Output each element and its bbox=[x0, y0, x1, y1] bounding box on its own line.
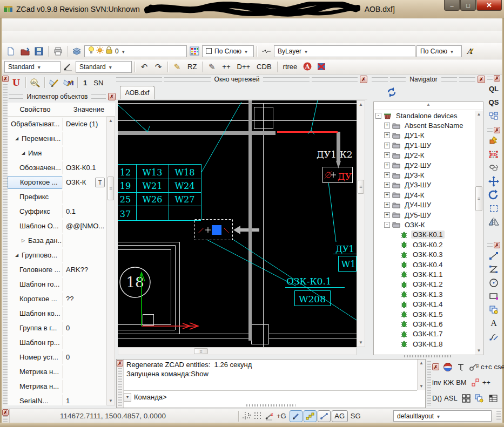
move-icon[interactable] bbox=[488, 174, 499, 188]
menu-item[interactable] bbox=[14, 36, 25, 38]
tree-sort-header[interactable]: ▲ bbox=[374, 102, 483, 110]
expand-arrow-icon[interactable]: ◢ bbox=[22, 151, 28, 155]
chevron-down-icon[interactable] bbox=[106, 63, 112, 71]
snap-1-button[interactable]: 1 bbox=[80, 79, 90, 87]
menu-item[interactable] bbox=[3, 24, 14, 26]
menu-item[interactable] bbox=[25, 24, 36, 26]
canvas-vscrollbar[interactable]: ▲ ▼ bbox=[357, 100, 365, 347]
prompt-dropdown-icon[interactable]: ▾ bbox=[124, 393, 131, 402]
inspector-scrollbar[interactable]: ▲ ▼ bbox=[106, 117, 115, 405]
spline-tool-icon[interactable] bbox=[489, 330, 499, 343]
tree-item[interactable]: ОЗК-К0.2 bbox=[374, 240, 474, 249]
close-icon[interactable] bbox=[494, 242, 500, 248]
edit-template-button[interactable]: T bbox=[95, 178, 105, 187]
menu-item[interactable] bbox=[79, 24, 90, 26]
d-plus-button[interactable]: D++ bbox=[234, 63, 253, 71]
print-button[interactable] bbox=[51, 45, 64, 58]
text-tool-icon[interactable]: A bbox=[490, 316, 497, 330]
magnet-icon[interactable]: U bbox=[10, 76, 23, 89]
menu-item[interactable] bbox=[133, 24, 144, 26]
inspector-header[interactable]: Инспектор объектов bbox=[9, 92, 116, 101]
redo-icon[interactable]: ↷ bbox=[152, 60, 165, 73]
chevron-down-icon[interactable] bbox=[447, 48, 453, 55]
tree-expander-icon[interactable]: + bbox=[384, 143, 390, 148]
asl-button[interactable]: ASL bbox=[444, 394, 458, 402]
cc-button[interactable]: c+c bbox=[481, 363, 492, 371]
pen-style-icon[interactable] bbox=[62, 60, 75, 73]
toolbar-grip[interactable] bbox=[487, 74, 500, 82]
save-file-button[interactable] bbox=[32, 45, 45, 58]
menu-item[interactable] bbox=[14, 24, 25, 26]
titlebar[interactable]: ZCad v0.9.8 Revision SVN:Unknown AOB.dxf… bbox=[0, 0, 504, 18]
copy-entity-icon[interactable] bbox=[475, 394, 485, 403]
tree-expander-icon[interactable]: + bbox=[384, 212, 390, 218]
drawing-window-close-icon[interactable] bbox=[360, 76, 367, 83]
edit-entity-icon[interactable]: ED bbox=[489, 147, 499, 161]
inspector-row[interactable]: Обрабатыват... Device (1) bbox=[8, 117, 106, 131]
tree-item[interactable]: ОЗК-К1.8 bbox=[374, 339, 474, 349]
inspector-row[interactable]: Шаблон ко... bbox=[8, 306, 106, 321]
tree-item[interactable]: - Standalone devices bbox=[374, 111, 474, 120]
tree-expander-icon[interactable]: + bbox=[384, 132, 390, 138]
cursor-t-icon[interactable] bbox=[456, 362, 465, 372]
minimize-button[interactable]: – bbox=[444, 0, 460, 11]
quick-edit-icon[interactable] bbox=[489, 134, 499, 147]
grid-blocks-icon[interactable] bbox=[461, 394, 471, 403]
expand-arrow-icon[interactable]: ◢ bbox=[15, 253, 22, 257]
column-value[interactable]: Значение bbox=[63, 105, 115, 113]
plus-plus-button[interactable]: ++ bbox=[219, 63, 233, 71]
inspector-row[interactable]: Номер уст... 0 bbox=[8, 350, 106, 364]
rz-button[interactable]: RZ bbox=[185, 63, 199, 71]
menu-item[interactable] bbox=[3, 36, 14, 38]
tree-item[interactable]: + ДУ3-ШУ bbox=[374, 180, 474, 190]
linetype-icon[interactable] bbox=[260, 45, 273, 58]
lineweight-combo[interactable]: По Слою bbox=[416, 45, 462, 57]
circle-tool-icon[interactable] bbox=[489, 276, 499, 289]
tree-scrollbar[interactable]: ▲ ▼ bbox=[475, 111, 483, 355]
pp-button[interactable]: ++ bbox=[482, 378, 490, 387]
tree-item[interactable]: + ДУ1-ШУ bbox=[374, 140, 474, 150]
command-history[interactable]: Regenerate ZCAD entities: 1.26 секундЗап… bbox=[124, 360, 416, 390]
tree-item[interactable]: ОЗК-К1.2 bbox=[374, 280, 474, 289]
command-grip[interactable] bbox=[117, 360, 124, 408]
inspector-row[interactable]: Шаблон го... bbox=[8, 277, 106, 292]
tree-expander-icon[interactable]: + bbox=[384, 152, 390, 158]
font-style-button[interactable]: A bbox=[463, 45, 476, 58]
inspector-close-icon[interactable] bbox=[108, 93, 116, 100]
close-icon[interactable] bbox=[2, 76, 9, 82]
maximize-button[interactable]: □ bbox=[460, 0, 476, 11]
tree-item[interactable]: + ДУ2-К bbox=[374, 151, 474, 160]
bm-button[interactable]: ВМ bbox=[456, 378, 467, 387]
statusbar-grip[interactable] bbox=[2, 409, 10, 423]
splitter-handle[interactable] bbox=[246, 404, 295, 406]
inspector-row[interactable]: Шаблон гр... bbox=[8, 335, 106, 350]
dim-style-combo[interactable]: Standard bbox=[76, 61, 132, 73]
rotate-icon[interactable] bbox=[488, 188, 499, 201]
tree-expander-icon[interactable]: + bbox=[384, 162, 390, 168]
menu-item[interactable] bbox=[100, 24, 111, 26]
bulb-icon[interactable] bbox=[88, 46, 95, 56]
layout-combo[interactable]: defaultlayout bbox=[393, 410, 492, 422]
sg-toggle[interactable]: SG bbox=[351, 412, 361, 420]
swap-boxes-icon[interactable] bbox=[471, 378, 480, 388]
snap-segment-button[interactable] bbox=[318, 410, 331, 422]
inspector-row[interactable]: Короткое ... ?? bbox=[8, 292, 106, 306]
tree-item[interactable]: + ДУ2-ШУ bbox=[374, 160, 474, 170]
inspector-row[interactable]: ◢Группово... bbox=[8, 248, 106, 262]
tree-item[interactable]: ОЗК-К1.6 bbox=[374, 319, 474, 329]
chevron-down-icon[interactable] bbox=[119, 48, 125, 55]
close-icon[interactable] bbox=[494, 75, 500, 82]
plus-g-toggle[interactable]: +G bbox=[277, 412, 286, 420]
canvas-hscrollbar[interactable] bbox=[118, 347, 357, 355]
menu-item[interactable] bbox=[36, 24, 46, 26]
toolbar-grip[interactable] bbox=[427, 361, 431, 406]
tab-aob-dxf[interactable]: AOB.dxf bbox=[120, 86, 154, 99]
tree-item[interactable]: ОЗК-К1.3 bbox=[374, 289, 474, 299]
splitter-handle[interactable] bbox=[404, 355, 453, 357]
navigator-header[interactable]: Navigator bbox=[372, 74, 485, 84]
column-property[interactable]: Свойство bbox=[8, 105, 63, 113]
inspector-row[interactable]: SerialN... 1 bbox=[8, 394, 106, 405]
snap-nodes-button[interactable] bbox=[304, 410, 317, 422]
menu-item[interactable] bbox=[90, 24, 100, 26]
menu-item[interactable] bbox=[57, 24, 68, 26]
